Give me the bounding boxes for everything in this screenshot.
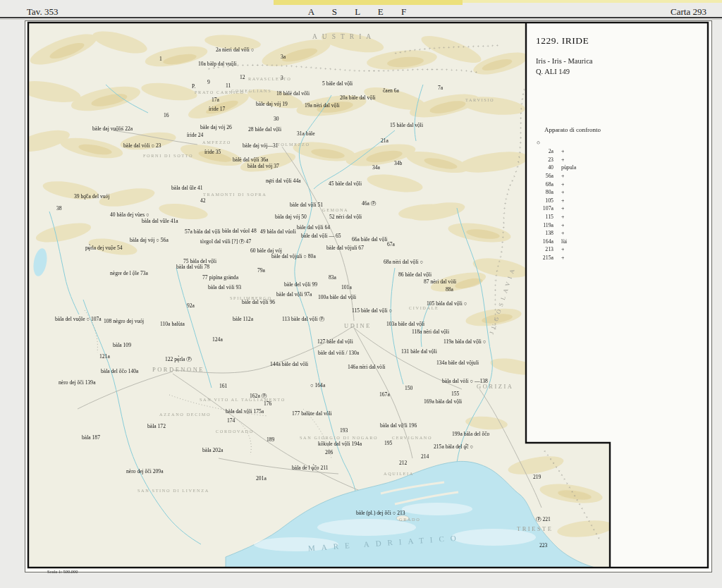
legend-questionnaire-ref: Q. ALI 149 xyxy=(536,68,570,75)
apparato-point-number: 215a xyxy=(532,255,553,261)
legend-subtitle: Iris - Iris - Maurica xyxy=(536,57,592,65)
atlas-title: A S L E F xyxy=(308,6,415,18)
apparato-row: 138+ xyxy=(532,229,576,238)
header-rule xyxy=(0,17,722,18)
apparato-point-number: 138 xyxy=(532,230,553,236)
apparato-point-number: 68a xyxy=(532,181,553,188)
apparato-point-number: 107a xyxy=(532,205,553,212)
apparato-point-number: 164a xyxy=(532,238,553,245)
apparato-row: 107a+ xyxy=(532,204,576,213)
apparato-row: 119a+ xyxy=(532,221,576,229)
apparato-point-value: + xyxy=(561,230,564,236)
apparato-point-number: 56a xyxy=(532,173,553,179)
scan-artifact-strip xyxy=(274,0,463,5)
apparato-point-value: + xyxy=(561,214,564,220)
apparato-point-value: + xyxy=(561,181,564,188)
apparato-point-value: + xyxy=(561,246,564,252)
scan-artifact-strip-2 xyxy=(463,0,722,3)
carta-number: Carta 293 xyxy=(671,6,706,18)
circle-symbol-icon: ○ xyxy=(537,139,540,146)
apparato-row: 2a+ xyxy=(532,147,576,156)
apparato-row: 40pùpula xyxy=(532,164,576,172)
apparato-row: 68a+ xyxy=(532,180,576,188)
apparato-point-value: + xyxy=(561,222,564,228)
apparato-point-value: + xyxy=(561,148,564,154)
apparato-point-number: 213 xyxy=(532,246,553,252)
map-background: + + + + + + + + + + + + + + + + + + + + … xyxy=(28,23,610,568)
apparato-point-value: + xyxy=(561,197,564,204)
apparato-point-value: pùpula xyxy=(561,164,576,171)
apparato-row: 215a+ xyxy=(532,254,576,262)
apparato-point-value: + xyxy=(561,189,564,195)
apparato-row: 80a+ xyxy=(532,188,576,197)
apparato-row: 23+ xyxy=(532,156,576,164)
apparato-point-number: 80a xyxy=(532,189,553,195)
apparato-point-value: + xyxy=(561,173,564,179)
header-rule-light xyxy=(0,19,722,20)
apparato-row: 213+ xyxy=(532,245,576,254)
map-canvas: + + + + + + + + + + + + + + + + + + + + … xyxy=(28,23,610,568)
apparato-row: 105+ xyxy=(532,197,576,205)
apparato-list: 2a+23+40pùpula56a+68a+80a+105+107a+115+1… xyxy=(532,147,576,262)
apparato-point-value: + xyxy=(561,157,564,163)
apparato-heading: Apparato di confronto xyxy=(544,126,601,133)
plate-number: Tav. 353 xyxy=(27,6,58,18)
apparato-point-value: + xyxy=(561,205,564,212)
apparato-point-number: 2a xyxy=(532,148,553,154)
apparato-point-number: 40 xyxy=(532,164,553,171)
apparato-row: 164alùi xyxy=(532,238,576,246)
apparato-row: 56a+ xyxy=(532,172,576,180)
apparato-point-value: + xyxy=(561,255,564,261)
apparato-row: 115+ xyxy=(532,213,576,221)
apparato-point-number: 23 xyxy=(532,157,553,163)
apparato-point-number: 119a xyxy=(532,222,553,228)
map-scale: Scala 1: 500.000 xyxy=(47,569,78,574)
legend-title: 1229. IRIDE xyxy=(536,35,589,47)
apparato-point-number: 115 xyxy=(532,214,553,220)
apparato-point-number: 105 xyxy=(532,197,553,204)
apparato-point-value: lùi xyxy=(561,238,567,245)
